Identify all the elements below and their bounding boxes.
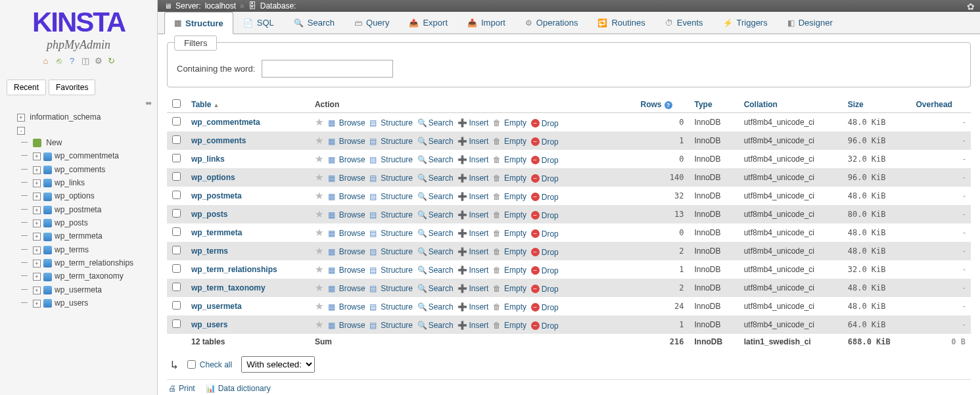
row-checkbox[interactable]: [172, 264, 181, 273]
tab-structure[interactable]: ▦Structure: [164, 12, 233, 34]
gear-icon[interactable]: ✿: [967, 1, 975, 12]
structure-link[interactable]: ▤Structure: [369, 321, 413, 330]
row-checkbox[interactable]: [172, 283, 181, 291]
drop-link[interactable]: −Drop: [531, 193, 559, 202]
settings-icon[interactable]: ⚙: [93, 56, 104, 66]
favorite-star-icon[interactable]: ★: [315, 282, 323, 293]
tab-triggers[interactable]: ⚡Triggers: [713, 12, 778, 34]
favorite-star-icon[interactable]: ★: [315, 208, 323, 220]
table-name-link[interactable]: wp_postmeta: [191, 191, 242, 200]
search-link[interactable]: 🔍Search: [417, 174, 454, 183]
print-link[interactable]: 🖨Print: [168, 384, 195, 393]
sidebar-table-item[interactable]: +wp_commentmeta: [21, 149, 154, 162]
empty-link[interactable]: 🗑Empty: [493, 118, 526, 128]
table-name-link[interactable]: wp_termmeta: [191, 228, 242, 237]
col-table[interactable]: Table▲: [186, 97, 310, 113]
help-icon[interactable]: ?: [665, 101, 672, 109]
tab-query[interactable]: 🗃Query: [344, 12, 399, 34]
docs-icon[interactable]: ?: [67, 56, 78, 66]
insert-link[interactable]: ➕Insert: [457, 321, 488, 330]
drop-link[interactable]: −Drop: [531, 285, 559, 294]
expand-icon[interactable]: +: [33, 193, 41, 200]
insert-link[interactable]: ➕Insert: [457, 284, 488, 293]
col-rows[interactable]: Rows?: [635, 97, 689, 113]
sidebar-table-item[interactable]: +wp_term_relationships: [21, 256, 154, 269]
expand-icon[interactable]: +: [33, 152, 41, 160]
favorites-tab[interactable]: Favorites: [49, 80, 95, 95]
drop-link[interactable]: −Drop: [531, 266, 559, 275]
empty-link[interactable]: 🗑Empty: [493, 321, 526, 330]
check-all-link[interactable]: Check all: [200, 360, 232, 369]
drop-link[interactable]: −Drop: [531, 211, 559, 220]
empty-link[interactable]: 🗑Empty: [493, 192, 526, 201]
expand-icon[interactable]: +: [17, 114, 25, 122]
check-all-checkbox[interactable]: [187, 360, 196, 369]
tab-routines[interactable]: 🔁Routines: [588, 12, 655, 34]
browse-link[interactable]: ▦Browse: [328, 229, 365, 238]
insert-link[interactable]: ➕Insert: [457, 118, 488, 128]
search-link[interactable]: 🔍Search: [417, 321, 454, 330]
data-dictionary-link[interactable]: 📊Data dictionary: [206, 384, 271, 393]
browse-link[interactable]: ▦Browse: [328, 174, 365, 183]
reload-icon[interactable]: ↻: [106, 56, 117, 66]
sidebar-table-item[interactable]: +wp_terms: [21, 243, 154, 256]
empty-link[interactable]: 🗑Empty: [493, 174, 526, 183]
structure-link[interactable]: ▤Structure: [369, 192, 413, 201]
search-link[interactable]: 🔍Search: [417, 192, 454, 201]
structure-link[interactable]: ▤Structure: [369, 302, 413, 312]
sidebar-table-item[interactable]: +wp_usermeta: [21, 283, 154, 296]
browse-link[interactable]: ▦Browse: [328, 247, 365, 256]
row-checkbox[interactable]: [172, 227, 181, 236]
filter-input[interactable]: [262, 60, 393, 78]
search-link[interactable]: 🔍Search: [417, 118, 454, 128]
empty-link[interactable]: 🗑Empty: [493, 266, 526, 275]
tab-designer[interactable]: ◧Designer: [778, 12, 843, 34]
insert-link[interactable]: ➕Insert: [457, 302, 488, 312]
empty-link[interactable]: 🗑Empty: [493, 247, 526, 256]
expand-icon[interactable]: +: [33, 206, 41, 214]
row-checkbox[interactable]: [172, 135, 181, 144]
row-checkbox[interactable]: [172, 117, 181, 126]
drop-link[interactable]: −Drop: [531, 156, 559, 165]
empty-link[interactable]: 🗑Empty: [493, 229, 526, 238]
tab-events[interactable]: ⏱Events: [655, 12, 713, 34]
expand-icon[interactable]: +: [33, 220, 41, 227]
table-name-link[interactable]: wp_posts: [191, 210, 227, 219]
expand-icon[interactable]: +: [33, 233, 41, 241]
insert-link[interactable]: ➕Insert: [457, 192, 488, 201]
structure-link[interactable]: ▤Structure: [369, 284, 413, 293]
col-type[interactable]: Type: [689, 97, 738, 113]
search-link[interactable]: 🔍Search: [417, 229, 454, 238]
expand-icon[interactable]: +: [33, 166, 41, 174]
structure-link[interactable]: ▤Structure: [369, 137, 413, 146]
structure-link[interactable]: ▤Structure: [369, 210, 413, 220]
insert-link[interactable]: ➕Insert: [457, 155, 488, 164]
table-name-link[interactable]: wp_commentmeta: [191, 118, 260, 127]
tree-item-current-db[interactable]: - New +wp_commentmeta+wp_comments+wp_lin…: [5, 124, 154, 312]
favorite-star-icon[interactable]: ★: [315, 300, 323, 312]
favorite-star-icon[interactable]: ★: [315, 190, 323, 201]
search-link[interactable]: 🔍Search: [417, 247, 454, 256]
browse-link[interactable]: ▦Browse: [328, 266, 365, 275]
empty-link[interactable]: 🗑Empty: [493, 210, 526, 220]
favorite-star-icon[interactable]: ★: [315, 227, 323, 238]
structure-link[interactable]: ▤Structure: [369, 247, 413, 256]
insert-link[interactable]: ➕Insert: [457, 247, 488, 256]
drop-link[interactable]: −Drop: [531, 229, 559, 239]
sidebar-table-item[interactable]: +wp_comments: [21, 163, 154, 176]
row-checkbox[interactable]: [172, 319, 181, 328]
tab-import[interactable]: 📥Import: [457, 12, 515, 34]
drop-link[interactable]: −Drop: [531, 248, 559, 257]
search-link[interactable]: 🔍Search: [417, 266, 454, 275]
insert-link[interactable]: ➕Insert: [457, 229, 488, 238]
select-all-header-checkbox[interactable]: [172, 99, 181, 108]
structure-link[interactable]: ▤Structure: [369, 229, 413, 238]
sidebar-table-item[interactable]: +wp_postmeta: [21, 203, 154, 216]
sidebar-table-item[interactable]: +wp_termmeta: [21, 229, 154, 243]
sidebar-table-item[interactable]: +wp_users: [21, 296, 154, 310]
expand-icon[interactable]: +: [33, 300, 41, 308]
favorite-star-icon[interactable]: ★: [315, 135, 323, 146]
col-collation[interactable]: Collation: [739, 97, 843, 113]
browse-link[interactable]: ▦Browse: [328, 118, 365, 128]
logout-icon[interactable]: ⎋: [54, 56, 64, 66]
